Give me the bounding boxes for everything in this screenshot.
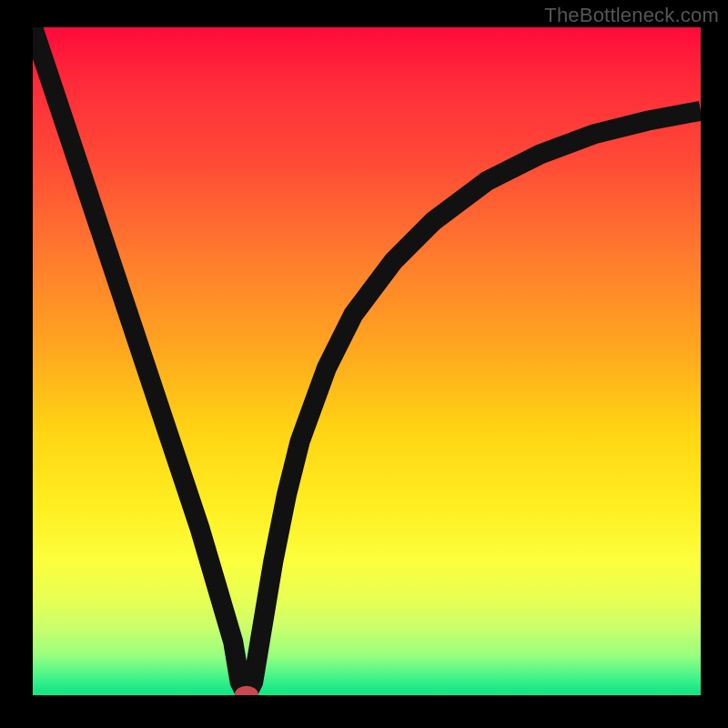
bottleneck-curve (33, 27, 701, 695)
chart-frame: TheBottleneck.com (0, 0, 728, 728)
watermark-text: TheBottleneck.com (544, 4, 719, 27)
minimum-marker (238, 689, 255, 695)
chart-svg (33, 27, 701, 695)
plot-area (33, 27, 701, 695)
